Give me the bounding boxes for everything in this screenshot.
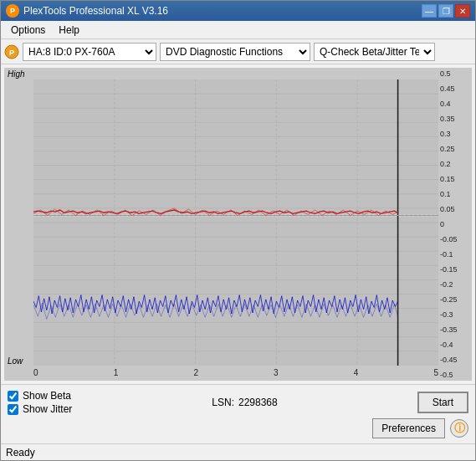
- x-axis-labels: 0 1 2 3 4 5: [33, 368, 438, 377]
- title-bar-left: P PlexTools Professional XL V3.16: [6, 4, 168, 18]
- preferences-button[interactable]: Preferences: [372, 418, 445, 438]
- svg-text:P: P: [9, 49, 14, 57]
- bottom-row1: Show Beta Show Jitter LSN: 2298368 Start: [8, 390, 468, 415]
- show-jitter-row: Show Jitter: [8, 403, 72, 415]
- show-beta-label: Show Beta: [23, 390, 71, 402]
- title-bar: P PlexTools Professional XL V3.16 — ❐ ✕: [1, 1, 475, 21]
- chart-svg: [33, 79, 438, 366]
- show-jitter-label: Show Jitter: [23, 403, 72, 415]
- show-beta-row: Show Beta: [8, 390, 72, 402]
- show-beta-checkbox[interactable]: [8, 391, 18, 402]
- y-label-high: High: [8, 69, 25, 79]
- menu-bar: Options Help: [1, 21, 475, 39]
- bottom-row2: Preferences ⓘ: [8, 418, 468, 438]
- close-button[interactable]: ✕: [455, 4, 470, 18]
- menu-options[interactable]: Options: [4, 23, 52, 38]
- show-jitter-checkbox[interactable]: [8, 404, 18, 415]
- toolbar: P HA:8 ID:0 PX-760A DVD Diagnostic Funct…: [1, 39, 475, 64]
- y-axis-right: 0.5 0.45 0.4 0.35 0.3 0.25 0.2 0.15 0.1 …: [438, 68, 472, 381]
- minimize-button[interactable]: —: [422, 4, 437, 18]
- test-select[interactable]: Q-Check Beta/Jitter Test: [314, 43, 435, 61]
- lsn-label: LSN:: [212, 397, 234, 408]
- function-select[interactable]: DVD Diagnostic Functions: [160, 43, 310, 61]
- lsn-area: LSN: 2298368: [212, 397, 277, 408]
- restore-button[interactable]: ❐: [438, 4, 453, 18]
- status-text: Ready: [6, 447, 35, 458]
- drive-select[interactable]: HA:8 ID:0 PX-760A: [23, 43, 156, 61]
- main-window: P PlexTools Professional XL V3.16 — ❐ ✕ …: [0, 0, 476, 461]
- info-button[interactable]: ⓘ: [450, 419, 468, 438]
- lsn-value: 2298368: [238, 397, 278, 408]
- bottom-panel: Show Beta Show Jitter LSN: 2298368 Start…: [1, 384, 475, 443]
- title-controls: — ❐ ✕: [422, 4, 470, 18]
- status-bar: Ready: [1, 443, 475, 460]
- app-icon: P: [6, 4, 19, 18]
- plot-area: [33, 79, 438, 366]
- menu-help[interactable]: Help: [52, 23, 86, 38]
- y-label-low: Low: [8, 356, 23, 366]
- chart-area: High Low 0.5 0.45 0.4 0.35 0.3 0.25 0.2 …: [4, 68, 472, 381]
- start-button[interactable]: Start: [417, 392, 468, 413]
- bottom-right: Preferences ⓘ: [372, 418, 468, 438]
- checkboxes: Show Beta Show Jitter: [8, 390, 72, 415]
- drive-icon: P: [4, 44, 19, 59]
- window-title: PlexTools Professional XL V3.16: [23, 5, 168, 17]
